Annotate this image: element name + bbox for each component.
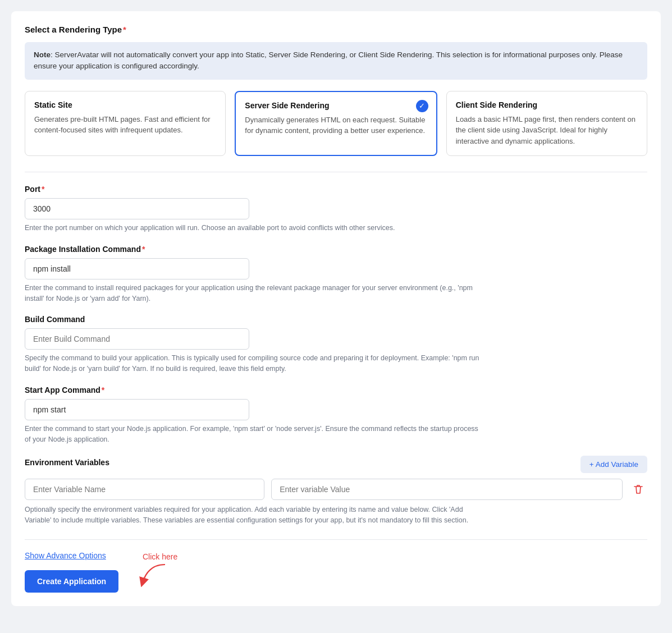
- port-required-star: *: [42, 185, 44, 194]
- port-input[interactable]: [25, 198, 249, 219]
- package-install-input[interactable]: [25, 258, 249, 279]
- card-static-site-title: Static Site: [34, 100, 216, 109]
- card-ssr[interactable]: ✓ Server Side Rendering Dynamically gene…: [235, 91, 437, 157]
- rendering-title-text: Select a Rendering Type: [25, 25, 122, 34]
- package-install-hint: Enter the command to install required pa…: [25, 283, 485, 304]
- card-csr[interactable]: Client Side Rendering Loads a basic HTML…: [446, 91, 647, 157]
- card-csr-desc: Loads a basic HTML page first, then rend…: [456, 114, 638, 147]
- env-variable-row: [25, 479, 647, 500]
- add-variable-button[interactable]: + Add Variable: [580, 456, 647, 473]
- arrow-icon: [120, 562, 171, 589]
- rendering-required-star: *: [123, 25, 126, 34]
- port-label: Port*: [25, 185, 647, 194]
- card-csr-title: Client Side Rendering: [456, 100, 638, 109]
- package-required-star: *: [142, 245, 145, 254]
- start-app-input[interactable]: [25, 399, 249, 420]
- env-value-input[interactable]: [271, 479, 623, 500]
- start-app-field-group: Start App Command* Enter the command to …: [25, 386, 647, 445]
- rendering-cards: Static Site Generates pre-built HTML pag…: [25, 91, 647, 157]
- click-here-container: Create Application Click here: [25, 562, 647, 593]
- start-app-hint: Enter the command to start your Node.js …: [25, 424, 485, 445]
- env-vars-field-group: Environment Variables + Add Variable Opt…: [25, 456, 647, 526]
- bottom-section: Show Advance Options Create Application …: [25, 539, 647, 593]
- click-here-label: Click here: [143, 552, 177, 561]
- card-ssr-title: Server Side Rendering: [245, 101, 427, 110]
- card-static-site-desc: Generates pre-built HTML pages. Fast and…: [34, 114, 216, 136]
- env-name-input[interactable]: [25, 479, 264, 500]
- create-application-button[interactable]: Create Application: [25, 570, 118, 593]
- package-install-field-group: Package Installation Command* Enter the …: [25, 245, 647, 304]
- start-required-star: *: [102, 386, 104, 395]
- section-divider: [25, 172, 647, 172]
- env-vars-hint: Optionally specify the environment varia…: [25, 504, 485, 526]
- main-container: Select a Rendering Type* Note: ServerAva…: [11, 11, 661, 606]
- card-static-site[interactable]: Static Site Generates pre-built HTML pag…: [25, 91, 226, 157]
- show-advance-options-link[interactable]: Show Advance Options: [25, 551, 106, 560]
- env-vars-header: Environment Variables + Add Variable: [25, 456, 647, 473]
- trash-icon: [633, 484, 644, 495]
- note-box: Note: ServerAvatar will not automaticall…: [25, 42, 647, 80]
- note-label: Note: [34, 51, 51, 59]
- card-ssr-desc: Dynamically generates HTML on each reque…: [245, 114, 427, 136]
- build-command-input[interactable]: [25, 328, 249, 350]
- port-hint: Enter the port number on which your appl…: [25, 223, 485, 233]
- rendering-section-title: Select a Rendering Type*: [25, 25, 647, 34]
- note-text: : ServerAvatar will not automatically co…: [34, 51, 623, 70]
- env-vars-label: Environment Variables: [25, 458, 109, 467]
- build-command-field-group: Build Command Specify the command to bui…: [25, 315, 647, 374]
- start-app-label: Start App Command*: [25, 386, 647, 395]
- ssr-check-icon: ✓: [416, 100, 428, 112]
- port-field-group: Port* Enter the port number on which you…: [25, 185, 647, 233]
- build-command-label: Build Command: [25, 315, 647, 324]
- build-command-hint: Specify the command to build your applic…: [25, 353, 485, 374]
- package-install-label: Package Installation Command*: [25, 245, 647, 254]
- delete-variable-button[interactable]: [629, 481, 647, 497]
